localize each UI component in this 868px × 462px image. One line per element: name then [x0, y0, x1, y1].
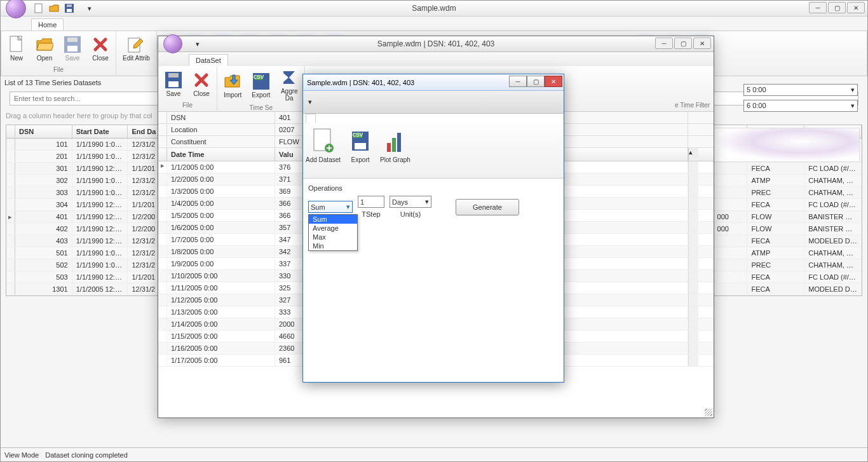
- time-filter-start-combo[interactable]: 5 0:00▾: [743, 84, 858, 96]
- dropdown-item-max[interactable]: Max: [309, 233, 357, 241]
- operations-section-label: Operations: [308, 184, 559, 192]
- col-dsn[interactable]: DSN: [15, 125, 72, 138]
- unit-combo[interactable]: Days▾: [390, 196, 431, 208]
- new-button[interactable]: New: [5, 34, 28, 63]
- time-filter-end-combo[interactable]: 6 0:00▾: [743, 100, 858, 112]
- svg-rect-21: [387, 143, 391, 152]
- op-qat-dropdown-icon[interactable]: ▾: [308, 98, 312, 106]
- edit-attrib-button[interactable]: Edit Attrib: [120, 34, 153, 63]
- svg-rect-0: [35, 4, 42, 13]
- svg-rect-2: [67, 9, 72, 12]
- main-close-button[interactable]: ✕: [847, 2, 865, 13]
- plot-graph-button[interactable]: Plot Graph: [380, 126, 410, 174]
- status-message: Dataset cloning completed: [45, 451, 128, 459]
- ds-close-button[interactable]: ✕: [693, 37, 711, 49]
- main-window-title: Sample.wdm: [412, 4, 456, 13]
- ds-aggregate-button[interactable]: Aggre Da: [278, 67, 301, 103]
- resize-grip-icon[interactable]: [705, 409, 712, 416]
- tstep-label: TStep: [362, 210, 380, 218]
- tstep-input[interactable]: [358, 196, 384, 208]
- dropdown-item-sum[interactable]: Sum: [309, 215, 357, 224]
- main-ribbon-tabs: Home: [1, 17, 867, 31]
- ds-maximize-button[interactable]: ▢: [674, 37, 692, 49]
- dropdown-item-average[interactable]: Average: [309, 224, 357, 233]
- col-start[interactable]: Start Date: [72, 125, 128, 138]
- close-button[interactable]: Close: [89, 34, 112, 63]
- add-dataset-button[interactable]: Add Dataset: [306, 126, 341, 174]
- chevron-down-icon: ▾: [425, 198, 429, 206]
- op-export-button[interactable]: csv Export: [348, 126, 372, 174]
- status-mode: View Mode: [4, 451, 39, 459]
- svg-text:csv: csv: [353, 130, 363, 138]
- save-button[interactable]: Save: [61, 34, 84, 63]
- qat-save-icon[interactable]: [64, 3, 74, 13]
- chevron-down-icon: ▾: [346, 203, 350, 211]
- dataset-window-title: Sample.wdm | DSN: 401, 402, 403: [377, 39, 495, 48]
- svg-rect-23: [397, 133, 401, 152]
- qat-open-icon[interactable]: [49, 3, 59, 13]
- svg-rect-22: [392, 138, 396, 152]
- ds-close-button-ribbon[interactable]: Close: [190, 70, 213, 99]
- operation-type-combo[interactable]: Sum▾: [308, 201, 353, 213]
- svg-rect-11: [168, 73, 179, 78]
- operations-title-bar[interactable]: Sample.wdm | DSN: 401, 402, 403 ─ ▢ ✕: [303, 74, 564, 91]
- ds-qat-dropdown-icon[interactable]: ▾: [193, 39, 203, 49]
- svg-rect-10: [168, 81, 179, 87]
- operation-type-dropdown[interactable]: Sum Average Max Min: [308, 214, 358, 251]
- time-filter-panel: 5 0:00▾ 6 0:00▾: [718, 84, 858, 112]
- dropdown-item-min[interactable]: Min: [309, 241, 357, 250]
- main-maximize-button[interactable]: ▢: [828, 2, 846, 13]
- op-blank-tab[interactable]: [306, 114, 316, 123]
- tab-home[interactable]: Home: [31, 18, 64, 31]
- ribbon-group-file-label: File: [53, 65, 64, 74]
- dataset-orb-icon[interactable]: [163, 34, 182, 53]
- main-minimize-button[interactable]: ─: [809, 2, 827, 13]
- chevron-down-icon: ▾: [851, 102, 855, 110]
- tab-dataset[interactable]: DataSet: [189, 54, 228, 66]
- op-minimize-button[interactable]: ─: [509, 76, 527, 87]
- ds-save-button[interactable]: Save: [162, 70, 185, 99]
- operations-window-title: Sample.wdm | DSN: 401, 402, 403: [307, 79, 414, 86]
- svg-rect-6: [67, 46, 78, 51]
- qat-dropdown-icon[interactable]: ▾: [85, 3, 95, 13]
- status-bar: View Mode Dataset cloning completed: [1, 447, 867, 461]
- unit-label: Unit(s): [400, 210, 421, 218]
- decor-panel: [714, 128, 860, 162]
- ds-import-button[interactable]: Import: [221, 71, 244, 100]
- svg-text:csv: csv: [254, 73, 264, 80]
- generate-button[interactable]: Generate: [456, 199, 519, 215]
- qat-new-icon[interactable]: [34, 3, 44, 13]
- ds-minimize-button[interactable]: ─: [655, 37, 673, 49]
- col-end[interactable]: End Da: [128, 125, 159, 138]
- app-orb-icon[interactable]: [6, 0, 26, 18]
- scrollbar-up-icon[interactable]: ▴: [688, 148, 698, 161]
- chevron-down-icon: ▾: [851, 86, 855, 94]
- svg-rect-20: [355, 143, 366, 149]
- svg-rect-7: [67, 37, 78, 42]
- ds-export-button[interactable]: csvExport: [249, 71, 273, 100]
- operations-ribbon: Add Dataset csv Export Plot Graph: [303, 123, 564, 179]
- open-button[interactable]: Open: [33, 34, 56, 63]
- op-maximize-button[interactable]: ▢: [527, 76, 545, 87]
- svg-rect-3: [67, 4, 72, 7]
- op-close-button[interactable]: ✕: [545, 76, 562, 87]
- dataset-title-bar[interactable]: ▾ Sample.wdm | DSN: 401, 402, 403 ─ ▢ ✕: [158, 36, 714, 52]
- ds-col-datetime[interactable]: Date Time: [167, 148, 275, 161]
- operations-window: Sample.wdm | DSN: 401, 402, 403 ─ ▢ ✕ ▾ …: [302, 74, 564, 383]
- main-title-bar: ▾ Sample.wdm ─ ▢ ✕: [1, 1, 867, 17]
